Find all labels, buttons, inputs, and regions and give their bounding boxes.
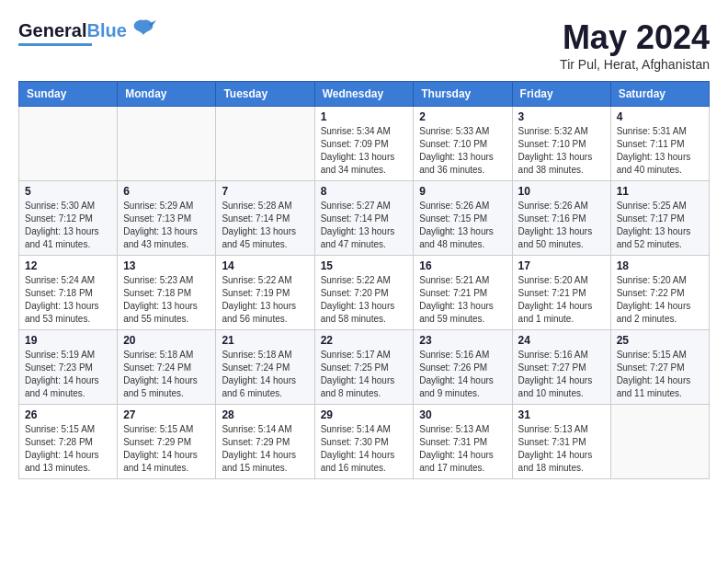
calendar-cell: 13Sunrise: 5:23 AM Sunset: 7:18 PM Dayli… [118, 256, 216, 330]
day-number: 31 [518, 408, 605, 421]
calendar-cell: 16Sunrise: 5:21 AM Sunset: 7:21 PM Dayli… [414, 256, 512, 330]
calendar-table: SundayMondayTuesdayWednesdayThursdayFrid… [18, 81, 710, 479]
day-info: Sunrise: 5:13 AM Sunset: 7:31 PM Dayligh… [518, 423, 605, 475]
calendar-cell: 15Sunrise: 5:22 AM Sunset: 7:20 PM Dayli… [314, 256, 414, 330]
weekday-header-monday: Monday [118, 82, 216, 107]
day-number: 6 [123, 185, 210, 198]
calendar-cell: 25Sunrise: 5:15 AM Sunset: 7:27 PM Dayli… [610, 330, 709, 405]
day-info: Sunrise: 5:28 AM Sunset: 7:14 PM Dayligh… [222, 200, 308, 251]
day-info: Sunrise: 5:20 AM Sunset: 7:22 PM Dayligh… [617, 274, 703, 326]
day-info: Sunrise: 5:23 AM Sunset: 7:18 PM Dayligh… [123, 274, 210, 326]
calendar-cell [118, 107, 216, 181]
day-number: 19 [25, 334, 111, 347]
day-number: 18 [617, 259, 703, 272]
calendar-cell: 20Sunrise: 5:18 AM Sunset: 7:24 PM Dayli… [118, 330, 216, 405]
day-number: 21 [222, 334, 308, 347]
calendar-cell: 14Sunrise: 5:22 AM Sunset: 7:19 PM Dayli… [216, 256, 314, 330]
calendar-cell: 28Sunrise: 5:14 AM Sunset: 7:29 PM Dayli… [216, 405, 314, 479]
calendar-cell: 23Sunrise: 5:16 AM Sunset: 7:26 PM Dayli… [414, 330, 512, 405]
calendar-cell: 7Sunrise: 5:28 AM Sunset: 7:14 PM Daylig… [216, 181, 314, 256]
calendar-cell: 11Sunrise: 5:25 AM Sunset: 7:17 PM Dayli… [610, 181, 709, 256]
calendar-cell: 12Sunrise: 5:24 AM Sunset: 7:18 PM Dayli… [19, 256, 118, 330]
day-info: Sunrise: 5:14 AM Sunset: 7:29 PM Dayligh… [222, 423, 308, 475]
day-info: Sunrise: 5:17 AM Sunset: 7:25 PM Dayligh… [321, 349, 408, 400]
calendar-cell: 3Sunrise: 5:32 AM Sunset: 7:10 PM Daylig… [512, 107, 610, 181]
calendar-cell: 1Sunrise: 5:34 AM Sunset: 7:09 PM Daylig… [314, 107, 414, 181]
day-number: 7 [222, 185, 308, 198]
day-number: 15 [321, 259, 408, 272]
calendar-cell: 17Sunrise: 5:20 AM Sunset: 7:21 PM Dayli… [512, 256, 610, 330]
day-info: Sunrise: 5:26 AM Sunset: 7:15 PM Dayligh… [419, 200, 506, 251]
logo-underline [18, 43, 92, 46]
day-info: Sunrise: 5:15 AM Sunset: 7:29 PM Dayligh… [123, 423, 210, 475]
calendar-cell [216, 107, 314, 181]
weekday-header-tuesday: Tuesday [216, 82, 314, 107]
calendar-week-4: 19Sunrise: 5:19 AM Sunset: 7:23 PM Dayli… [19, 330, 710, 405]
day-number: 9 [419, 185, 506, 198]
logo: GeneralBlue [18, 18, 156, 46]
location: Tir Pul, Herat, Afghanistan [560, 57, 710, 72]
day-number: 16 [419, 259, 506, 272]
day-info: Sunrise: 5:24 AM Sunset: 7:18 PM Dayligh… [25, 274, 111, 326]
calendar-cell: 4Sunrise: 5:31 AM Sunset: 7:11 PM Daylig… [610, 107, 709, 181]
day-info: Sunrise: 5:25 AM Sunset: 7:17 PM Dayligh… [617, 200, 703, 251]
day-info: Sunrise: 5:15 AM Sunset: 7:27 PM Dayligh… [617, 349, 703, 400]
day-info: Sunrise: 5:27 AM Sunset: 7:14 PM Dayligh… [321, 200, 408, 251]
calendar-cell: 5Sunrise: 5:30 AM Sunset: 7:12 PM Daylig… [19, 181, 118, 256]
day-info: Sunrise: 5:16 AM Sunset: 7:27 PM Dayligh… [518, 349, 605, 400]
weekday-header-thursday: Thursday [414, 82, 512, 107]
weekday-header-friday: Friday [512, 82, 610, 107]
day-info: Sunrise: 5:21 AM Sunset: 7:21 PM Dayligh… [419, 274, 506, 326]
day-number: 4 [617, 110, 703, 123]
day-number: 20 [123, 334, 210, 347]
day-number: 5 [25, 185, 111, 198]
calendar-cell: 19Sunrise: 5:19 AM Sunset: 7:23 PM Dayli… [19, 330, 118, 405]
day-number: 2 [419, 110, 506, 123]
weekday-row: SundayMondayTuesdayWednesdayThursdayFrid… [19, 82, 710, 107]
logo-blue: Blue [86, 20, 126, 40]
day-info: Sunrise: 5:19 AM Sunset: 7:23 PM Dayligh… [25, 349, 111, 400]
weekday-header-sunday: Sunday [19, 82, 118, 107]
calendar-week-3: 12Sunrise: 5:24 AM Sunset: 7:18 PM Dayli… [19, 256, 710, 330]
logo-general: General [18, 20, 86, 40]
day-number: 1 [321, 110, 408, 123]
day-number: 8 [321, 185, 408, 198]
day-info: Sunrise: 5:14 AM Sunset: 7:30 PM Dayligh… [321, 423, 408, 475]
page-header: GeneralBlue May 2024 Tir Pul, Herat, Afg… [18, 18, 710, 72]
day-info: Sunrise: 5:34 AM Sunset: 7:09 PM Dayligh… [321, 125, 408, 177]
title-block: May 2024 Tir Pul, Herat, Afghanistan [560, 18, 710, 72]
day-info: Sunrise: 5:18 AM Sunset: 7:24 PM Dayligh… [222, 349, 308, 400]
calendar-cell: 6Sunrise: 5:29 AM Sunset: 7:13 PM Daylig… [118, 181, 216, 256]
day-number: 23 [419, 334, 506, 347]
day-number: 11 [617, 185, 703, 198]
day-info: Sunrise: 5:13 AM Sunset: 7:31 PM Dayligh… [419, 423, 506, 475]
day-info: Sunrise: 5:20 AM Sunset: 7:21 PM Dayligh… [518, 274, 605, 326]
day-number: 3 [518, 110, 605, 123]
day-info: Sunrise: 5:33 AM Sunset: 7:10 PM Dayligh… [419, 125, 506, 177]
calendar-cell [610, 405, 709, 479]
calendar-cell: 2Sunrise: 5:33 AM Sunset: 7:10 PM Daylig… [414, 107, 512, 181]
day-number: 10 [518, 185, 605, 198]
calendar-cell: 27Sunrise: 5:15 AM Sunset: 7:29 PM Dayli… [118, 405, 216, 479]
day-number: 17 [518, 259, 605, 272]
calendar-week-2: 5Sunrise: 5:30 AM Sunset: 7:12 PM Daylig… [19, 181, 710, 256]
calendar-header: SundayMondayTuesdayWednesdayThursdayFrid… [19, 82, 710, 107]
day-number: 22 [321, 334, 408, 347]
calendar-cell: 31Sunrise: 5:13 AM Sunset: 7:31 PM Dayli… [512, 405, 610, 479]
weekday-header-saturday: Saturday [610, 82, 709, 107]
day-number: 13 [123, 259, 210, 272]
calendar-cell: 30Sunrise: 5:13 AM Sunset: 7:31 PM Dayli… [414, 405, 512, 479]
calendar-cell: 21Sunrise: 5:18 AM Sunset: 7:24 PM Dayli… [216, 330, 314, 405]
calendar-cell: 8Sunrise: 5:27 AM Sunset: 7:14 PM Daylig… [314, 181, 414, 256]
month-year: May 2024 [560, 18, 710, 57]
day-info: Sunrise: 5:29 AM Sunset: 7:13 PM Dayligh… [123, 200, 210, 251]
calendar-cell: 10Sunrise: 5:26 AM Sunset: 7:16 PM Dayli… [512, 181, 610, 256]
calendar-cell: 9Sunrise: 5:26 AM Sunset: 7:15 PM Daylig… [414, 181, 512, 256]
day-number: 26 [25, 408, 111, 421]
day-info: Sunrise: 5:32 AM Sunset: 7:10 PM Dayligh… [518, 125, 605, 177]
day-info: Sunrise: 5:30 AM Sunset: 7:12 PM Dayligh… [25, 200, 111, 251]
calendar-week-5: 26Sunrise: 5:15 AM Sunset: 7:28 PM Dayli… [19, 405, 710, 479]
calendar-cell: 24Sunrise: 5:16 AM Sunset: 7:27 PM Dayli… [512, 330, 610, 405]
day-info: Sunrise: 5:18 AM Sunset: 7:24 PM Dayligh… [123, 349, 210, 400]
day-number: 12 [25, 259, 111, 272]
